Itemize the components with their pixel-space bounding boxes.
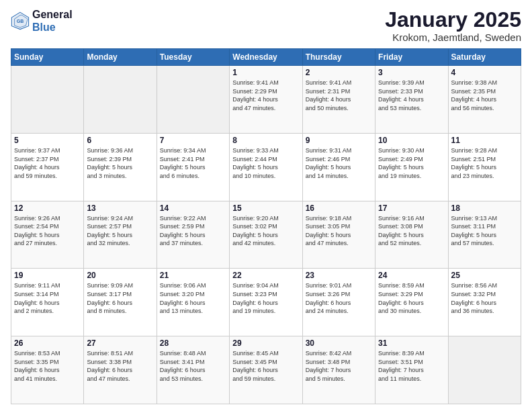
- day-number: 25: [451, 271, 518, 280]
- calendar-page: GB General Blue January 2025 Krokom, Jae…: [0, 0, 532, 411]
- cell-week5-day0: 26Sunrise: 8:53 AM Sunset: 3:35 PM Dayli…: [11, 336, 84, 404]
- day-number: 21: [160, 271, 226, 280]
- cell-week3-day3: 15Sunrise: 9:20 AM Sunset: 3:02 PM Dayli…: [230, 201, 302, 269]
- cell-week1-day1: [84, 66, 157, 134]
- cell-week5-day1: 27Sunrise: 8:51 AM Sunset: 3:38 PM Dayli…: [84, 336, 157, 404]
- calendar-table: Sunday Monday Tuesday Wednesday Thursday…: [11, 48, 521, 404]
- header-tuesday: Tuesday: [157, 49, 229, 66]
- day-info: Sunrise: 9:37 AM Sunset: 2:37 PM Dayligh…: [14, 146, 81, 180]
- calendar-body: 1Sunrise: 9:41 AM Sunset: 2:29 PM Daylig…: [11, 66, 521, 404]
- day-number: 15: [232, 203, 299, 213]
- header-thursday: Thursday: [302, 49, 375, 66]
- cell-week4-day2: 21Sunrise: 9:06 AM Sunset: 3:20 PM Dayli…: [157, 269, 229, 336]
- day-number: 23: [306, 271, 372, 280]
- day-info: Sunrise: 9:26 AM Sunset: 2:54 PM Dayligh…: [14, 214, 81, 248]
- day-info: Sunrise: 9:41 AM Sunset: 2:29 PM Dayligh…: [232, 79, 299, 112]
- day-info: Sunrise: 9:28 AM Sunset: 2:51 PM Dayligh…: [451, 146, 518, 180]
- day-number: 3: [378, 68, 445, 77]
- header-friday: Friday: [375, 49, 448, 66]
- cell-week1-day0: [11, 66, 84, 134]
- day-number: 8: [232, 136, 299, 145]
- cell-week3-day0: 12Sunrise: 9:26 AM Sunset: 2:54 PM Dayli…: [11, 201, 84, 269]
- day-info: Sunrise: 9:11 AM Sunset: 3:14 PM Dayligh…: [14, 281, 81, 315]
- cell-week4-day0: 19Sunrise: 9:11 AM Sunset: 3:14 PM Dayli…: [11, 269, 84, 336]
- cell-week5-day5: 31Sunrise: 8:39 AM Sunset: 3:51 PM Dayli…: [375, 336, 448, 404]
- cell-week3-day5: 17Sunrise: 9:16 AM Sunset: 3:08 PM Dayli…: [375, 201, 448, 269]
- day-info: Sunrise: 9:20 AM Sunset: 3:02 PM Dayligh…: [232, 214, 299, 248]
- day-info: Sunrise: 9:33 AM Sunset: 2:44 PM Dayligh…: [232, 146, 299, 180]
- cell-week3-day2: 14Sunrise: 9:22 AM Sunset: 2:59 PM Dayli…: [157, 201, 229, 269]
- day-info: Sunrise: 8:48 AM Sunset: 3:41 PM Dayligh…: [160, 349, 226, 383]
- day-number: 13: [87, 203, 153, 213]
- day-info: Sunrise: 8:51 AM Sunset: 3:38 PM Dayligh…: [87, 349, 153, 383]
- day-number: 26: [14, 338, 81, 348]
- cell-week2-day1: 6Sunrise: 9:36 AM Sunset: 2:39 PM Daylig…: [84, 133, 157, 201]
- day-info: Sunrise: 9:34 AM Sunset: 2:41 PM Dayligh…: [160, 146, 226, 180]
- day-info: Sunrise: 8:39 AM Sunset: 3:51 PM Dayligh…: [378, 349, 445, 383]
- cell-week1-day5: 3Sunrise: 9:39 AM Sunset: 2:33 PM Daylig…: [375, 66, 448, 134]
- day-info: Sunrise: 9:01 AM Sunset: 3:26 PM Dayligh…: [306, 281, 372, 315]
- day-info: Sunrise: 8:42 AM Sunset: 3:48 PM Dayligh…: [306, 349, 372, 383]
- day-number: 16: [306, 203, 372, 213]
- day-number: 17: [378, 203, 445, 213]
- day-info: Sunrise: 9:13 AM Sunset: 3:11 PM Dayligh…: [451, 214, 518, 248]
- day-number: 27: [87, 338, 153, 348]
- day-number: 4: [451, 68, 518, 77]
- calendar-title: January 2025: [385, 8, 521, 32]
- header-saturday: Saturday: [448, 49, 521, 66]
- day-number: 28: [160, 338, 226, 348]
- day-info: Sunrise: 9:22 AM Sunset: 2:59 PM Dayligh…: [160, 214, 226, 248]
- cell-week3-day4: 16Sunrise: 9:18 AM Sunset: 3:05 PM Dayli…: [302, 201, 375, 269]
- header-wednesday: Wednesday: [230, 49, 302, 66]
- day-info: Sunrise: 8:53 AM Sunset: 3:35 PM Dayligh…: [14, 349, 81, 383]
- day-info: Sunrise: 8:56 AM Sunset: 3:32 PM Dayligh…: [451, 281, 518, 315]
- cell-week2-day6: 11Sunrise: 9:28 AM Sunset: 2:51 PM Dayli…: [448, 133, 521, 201]
- day-number: 7: [160, 136, 226, 145]
- day-info: Sunrise: 9:16 AM Sunset: 3:08 PM Dayligh…: [378, 214, 445, 248]
- cell-week1-day4: 2Sunrise: 9:41 AM Sunset: 2:31 PM Daylig…: [302, 66, 375, 134]
- day-number: 29: [232, 338, 299, 348]
- logo-icon: GB: [11, 11, 30, 30]
- day-number: 20: [87, 271, 153, 280]
- calendar-subtitle: Krokom, Jaemtland, Sweden: [385, 32, 521, 43]
- day-info: Sunrise: 9:18 AM Sunset: 3:05 PM Dayligh…: [306, 214, 372, 248]
- day-number: 30: [306, 338, 372, 348]
- day-info: Sunrise: 9:41 AM Sunset: 2:31 PM Dayligh…: [306, 79, 372, 112]
- day-info: Sunrise: 9:31 AM Sunset: 2:46 PM Dayligh…: [306, 146, 372, 180]
- logo: GB General Blue: [11, 8, 73, 34]
- day-info: Sunrise: 9:04 AM Sunset: 3:23 PM Dayligh…: [232, 281, 299, 315]
- cell-week2-day2: 7Sunrise: 9:34 AM Sunset: 2:41 PM Daylig…: [157, 133, 229, 201]
- day-number: 5: [14, 136, 81, 145]
- day-info: Sunrise: 9:39 AM Sunset: 2:33 PM Dayligh…: [378, 79, 445, 112]
- day-number: 10: [378, 136, 445, 145]
- logo-text: General Blue: [32, 8, 73, 34]
- day-number: 31: [378, 338, 445, 348]
- day-number: 18: [451, 203, 518, 213]
- title-block: January 2025 Krokom, Jaemtland, Sweden: [385, 8, 521, 43]
- cell-week4-day6: 25Sunrise: 8:56 AM Sunset: 3:32 PM Dayli…: [448, 269, 521, 336]
- day-number: 11: [451, 136, 518, 145]
- cell-week5-day3: 29Sunrise: 8:45 AM Sunset: 3:45 PM Dayli…: [230, 336, 302, 404]
- day-info: Sunrise: 9:24 AM Sunset: 2:57 PM Dayligh…: [87, 214, 153, 248]
- cell-week2-day4: 9Sunrise: 9:31 AM Sunset: 2:46 PM Daylig…: [302, 133, 375, 201]
- cell-week4-day5: 24Sunrise: 8:59 AM Sunset: 3:29 PM Dayli…: [375, 269, 448, 336]
- day-number: 9: [306, 136, 372, 145]
- cell-week4-day3: 22Sunrise: 9:04 AM Sunset: 3:23 PM Dayli…: [230, 269, 302, 336]
- cell-week5-day6: [448, 336, 521, 404]
- header-sunday: Sunday: [11, 49, 84, 66]
- svg-text:GB: GB: [17, 19, 24, 24]
- day-info: Sunrise: 8:59 AM Sunset: 3:29 PM Dayligh…: [378, 281, 445, 315]
- cell-week5-day2: 28Sunrise: 8:48 AM Sunset: 3:41 PM Dayli…: [157, 336, 229, 404]
- day-number: 12: [14, 203, 81, 213]
- cell-week2-day0: 5Sunrise: 9:37 AM Sunset: 2:37 PM Daylig…: [11, 133, 84, 201]
- header: GB General Blue January 2025 Krokom, Jae…: [11, 8, 521, 43]
- day-info: Sunrise: 9:06 AM Sunset: 3:20 PM Dayligh…: [160, 281, 226, 315]
- cell-week2-day3: 8Sunrise: 9:33 AM Sunset: 2:44 PM Daylig…: [230, 133, 302, 201]
- cell-week5-day4: 30Sunrise: 8:42 AM Sunset: 3:48 PM Dayli…: [302, 336, 375, 404]
- cell-week1-day6: 4Sunrise: 9:38 AM Sunset: 2:35 PM Daylig…: [448, 66, 521, 134]
- day-info: Sunrise: 8:45 AM Sunset: 3:45 PM Dayligh…: [232, 349, 299, 383]
- day-number: 14: [160, 203, 226, 213]
- cell-week2-day5: 10Sunrise: 9:30 AM Sunset: 2:49 PM Dayli…: [375, 133, 448, 201]
- cell-week3-day6: 18Sunrise: 9:13 AM Sunset: 3:11 PM Dayli…: [448, 201, 521, 269]
- day-number: 2: [306, 68, 372, 77]
